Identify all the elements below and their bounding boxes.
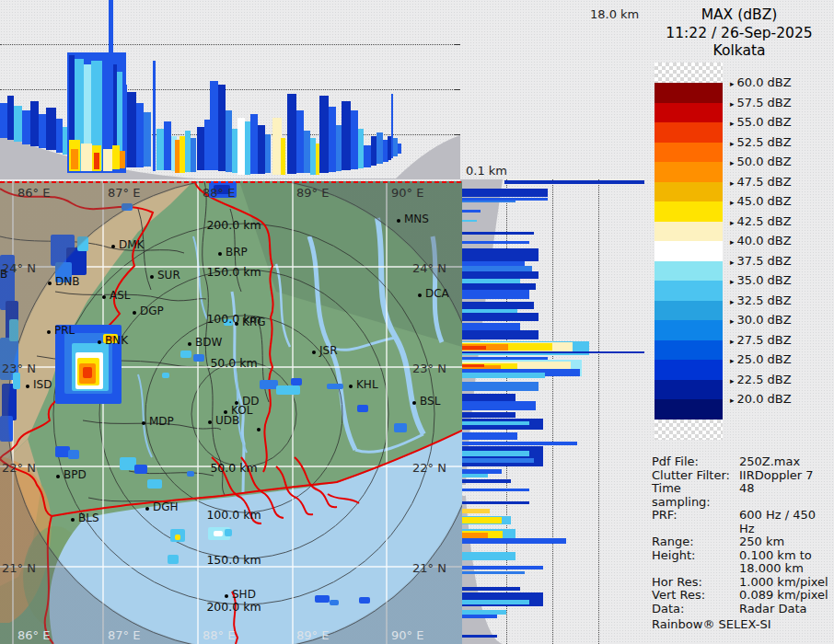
city-label-jsr: JSR xyxy=(319,344,338,357)
max-height-label: 18.0 km xyxy=(590,7,639,21)
echo-patch xyxy=(0,416,13,442)
echo-bar xyxy=(103,149,112,171)
echo-bar xyxy=(120,151,125,168)
city-marker-dot xyxy=(349,385,353,388)
city-marker-dot xyxy=(56,475,60,478)
scale-arrow-icon: ▸ xyxy=(730,139,735,148)
scale-band: ▸25.0 dBZ xyxy=(654,360,723,380)
echo-bar xyxy=(218,85,226,171)
clipped-station-label: B xyxy=(0,268,7,281)
echo-bar xyxy=(127,92,136,167)
echo-bar xyxy=(460,566,543,569)
meta-row: PRF:600 Hz / 450 Hz xyxy=(652,509,832,535)
longitude-label-top: 86° E xyxy=(17,186,50,200)
axis-tick xyxy=(455,44,460,45)
product-title: MAX (dBZ) xyxy=(644,6,834,25)
echo-bar xyxy=(258,125,265,174)
city-marker-dot xyxy=(111,245,115,248)
echo-patch xyxy=(175,535,180,540)
echo-patch xyxy=(214,531,223,536)
echo-patch xyxy=(180,351,191,358)
scale-band-label: ▸57.5 dBZ xyxy=(730,96,792,109)
meta-label: Vert Res: xyxy=(652,589,739,603)
scale-band-label: ▸50.0 dBZ xyxy=(730,155,792,168)
echo-bar xyxy=(398,144,401,154)
scale-band: ▸50.0 dBZ xyxy=(654,162,723,182)
scale-band-label: ▸35.0 dBZ xyxy=(730,273,792,287)
city-label-prl: PRL xyxy=(54,324,75,337)
echo-bar xyxy=(460,210,481,213)
echo-bar xyxy=(460,290,529,299)
latitude-label-left: 21° N xyxy=(2,561,36,575)
scan-datetime: 11:22 / 26-Sep-2025 xyxy=(644,25,834,43)
echo-patch xyxy=(9,319,18,341)
echo-bar xyxy=(46,108,56,150)
echo-patch xyxy=(260,380,278,389)
scale-band: ▸37.5 dBZ xyxy=(654,261,723,282)
city-label-mns: MNS xyxy=(404,213,429,225)
echo-bar xyxy=(460,552,515,560)
echo-patch xyxy=(276,385,300,395)
scale-band-label: ▸25.0 dBZ xyxy=(730,352,792,366)
latitude-label-right: 23° N xyxy=(412,362,446,375)
longitude-label-bottom: 89° E xyxy=(296,628,329,642)
meta-value: 1.000 km/pixel xyxy=(739,576,828,590)
echo-bar xyxy=(460,538,566,544)
scale-checker-bottom xyxy=(654,420,723,440)
meta-value: 250Z.max xyxy=(739,455,800,469)
echo-bar xyxy=(504,180,644,184)
echo-bar xyxy=(460,346,486,350)
echo-patch xyxy=(357,405,368,412)
echo-bar xyxy=(460,421,529,425)
city-marker-dot xyxy=(218,252,222,256)
city-label-krg: KRG xyxy=(242,316,266,328)
echo-bar xyxy=(460,501,529,504)
echo-bar xyxy=(460,220,477,222)
echo-bar xyxy=(460,382,539,391)
longitude-label-top: 90° E xyxy=(391,186,423,200)
echo-bar xyxy=(460,600,529,604)
echo-bar xyxy=(460,271,539,279)
city-marker-dot xyxy=(47,330,51,334)
echo-patch xyxy=(162,373,169,378)
echo-bar xyxy=(460,364,484,367)
echo-patch xyxy=(315,595,330,603)
echo-bar xyxy=(460,509,490,513)
range-ring-label: 50.0 km xyxy=(210,461,257,475)
legend-header: MAX (dBZ) 11:22 / 26-Sep-2025 Kolkata xyxy=(644,6,834,61)
scale-arrow-icon: ▸ xyxy=(730,198,735,207)
scale-band-label: ▸37.5 dBZ xyxy=(730,254,792,268)
echo-patch xyxy=(83,367,92,378)
echo-bar xyxy=(460,248,539,261)
meta-label: Clutter Filter: xyxy=(652,469,739,483)
city-marker-dot xyxy=(142,421,145,425)
meta-value: Radar Data xyxy=(739,603,806,616)
meta-row: Hor Res:1.000 km/pixel xyxy=(652,576,832,590)
longitude-label-bottom: 86° E xyxy=(17,628,50,642)
longitude-label-bottom: 90° E xyxy=(391,628,423,642)
echo-bar xyxy=(237,118,245,175)
scale-band: ▸22.5 dBZ xyxy=(654,380,723,400)
echo-bar xyxy=(460,458,534,463)
scale-band: ▸32.5 dBZ xyxy=(654,301,723,321)
echo-bar xyxy=(460,351,644,353)
meta-label: Pdf File: xyxy=(652,455,739,469)
scale-arrow-icon: ▸ xyxy=(730,316,735,326)
scale-band: ▸30.0 dBZ xyxy=(654,320,723,340)
city-marker-dot xyxy=(145,507,149,511)
longitude-label-top: 87° E xyxy=(108,186,140,200)
range-ring-label: 100.0 km xyxy=(206,508,261,522)
city-marker-dot xyxy=(397,219,400,223)
city-label-asl: ASL xyxy=(110,289,131,302)
city-label-brp: BRP xyxy=(226,246,248,259)
latitude-label-right: 22° N xyxy=(412,461,446,475)
range-ring-label: 200.0 km xyxy=(206,218,261,232)
scale-arrow-icon: ▸ xyxy=(730,237,735,247)
scale-band-label: ▸55.0 dBZ xyxy=(730,115,792,129)
meta-row: Pdf File:250Z.max xyxy=(652,455,832,469)
city-label-sur: SUR xyxy=(157,269,180,282)
echo-bar xyxy=(226,110,232,172)
scale-arrow-icon: ▸ xyxy=(730,277,735,286)
city-marker-dot xyxy=(26,385,29,388)
dbz-color-scale: ▸60.0 dBZ▸57.5 dBZ▸55.0 dBZ▸52.5 dBZ▸50.… xyxy=(654,63,829,440)
